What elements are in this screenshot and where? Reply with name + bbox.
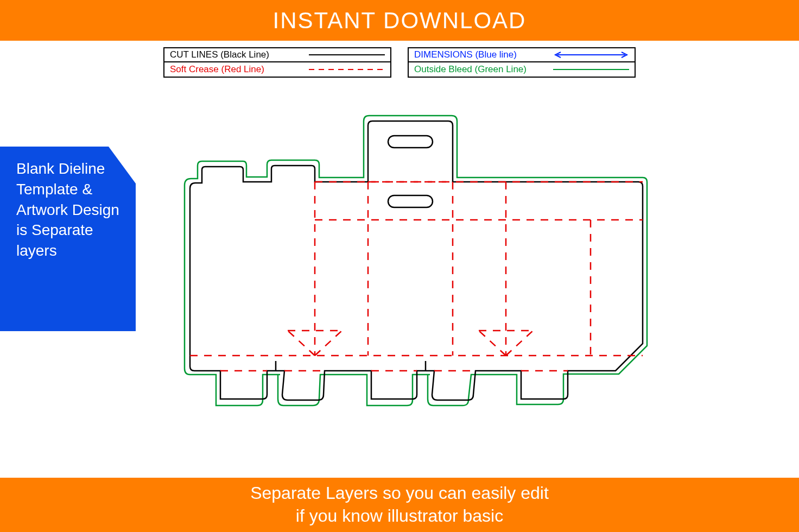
banner-bottom-line1: Separate Layers so you can easily edit [250, 482, 549, 505]
legend-label-cut: CUT LINES (Black Line) [170, 49, 309, 60]
crease-layer-icon [190, 182, 643, 371]
legend-row-bleed: Outside Bleed (Green Line) [409, 62, 635, 77]
banner-top: INSTANT DOWNLOAD [0, 0, 799, 41]
bleed-layer-icon [185, 116, 647, 406]
side-callout-text: Blank Dieline Template & Artwork Design … [16, 159, 123, 261]
legend-row-dimensions: DIMENSIONS (Blue line) [409, 48, 635, 62]
svg-line-17 [288, 331, 315, 356]
legend-row-crease: Soft Crease (Red Line) [164, 62, 390, 77]
banner-bottom: Separate Layers so you can easily edit i… [0, 478, 799, 532]
legend-line-solid-black-icon [309, 51, 385, 59]
legend-box-left: CUT LINES (Black Line) Soft Crease (Red … [163, 47, 391, 78]
legend-container: CUT LINES (Black Line) Soft Crease (Red … [0, 47, 799, 78]
legend-line-dashed-red-icon [309, 66, 385, 73]
banner-bottom-line2: if you know illustrator basic [296, 505, 503, 528]
banner-top-text: INSTANT DOWNLOAD [273, 8, 527, 34]
svg-line-20 [479, 331, 506, 356]
svg-rect-5 [388, 195, 433, 207]
cut-layer-icon [190, 121, 643, 400]
legend-label-bleed: Outside Bleed (Green Line) [414, 64, 553, 75]
legend-line-solid-green-icon [553, 66, 629, 73]
legend-line-arrow-blue-icon [553, 51, 629, 59]
legend-box-right: DIMENSIONS (Blue line) Outside Bleed (Gr… [408, 47, 636, 78]
svg-line-21 [506, 331, 533, 356]
svg-line-18 [315, 331, 342, 356]
svg-rect-4 [388, 136, 433, 148]
side-callout: Blank Dieline Template & Artwork Design … [0, 147, 136, 331]
legend-label-crease: Soft Crease (Red Line) [170, 64, 309, 75]
legend-label-dimensions: DIMENSIONS (Blue line) [414, 49, 553, 60]
dieline-diagram [174, 106, 662, 448]
legend-row-cut: CUT LINES (Black Line) [164, 48, 390, 62]
